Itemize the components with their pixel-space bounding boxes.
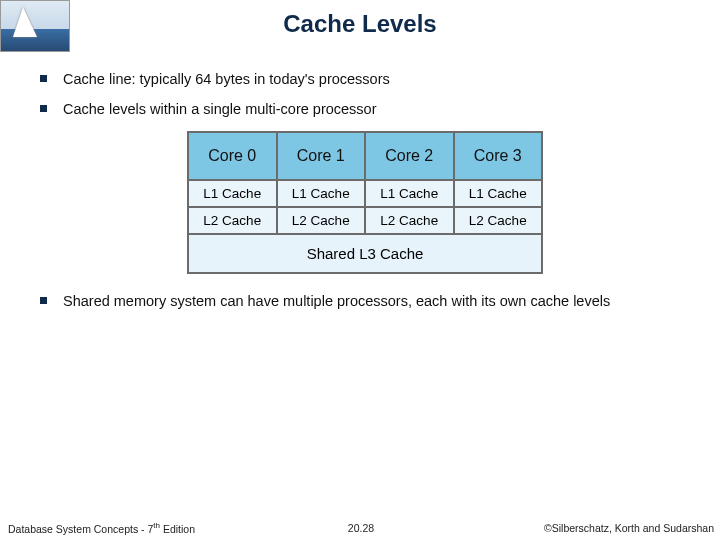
bullet-item: Cache line: typically 64 bytes in today'… — [40, 70, 690, 90]
l1-cell: L1 Cache — [188, 180, 277, 207]
l2-cell: L2 Cache — [454, 207, 543, 234]
core-row: Core 0 Core 1 Core 2 Core 3 — [188, 132, 542, 180]
l2-cell: L2 Cache — [277, 207, 366, 234]
cache-diagram: Core 0 Core 1 Core 2 Core 3 L1 Cache L1 … — [187, 131, 543, 274]
l2-cell: L2 Cache — [188, 207, 277, 234]
core-cell: Core 3 — [454, 132, 543, 180]
slide-title: Cache Levels — [0, 10, 720, 38]
slide-footer: Database System Concepts - 7th Edition 2… — [8, 521, 714, 535]
l1-row: L1 Cache L1 Cache L1 Cache L1 Cache — [188, 180, 542, 207]
bullet-icon — [40, 105, 47, 112]
l2-cell: L2 Cache — [365, 207, 454, 234]
bullet-item: Cache levels within a single multi-core … — [40, 100, 690, 120]
bullet-icon — [40, 75, 47, 82]
l1-cell: L1 Cache — [454, 180, 543, 207]
l3-row: Shared L3 Cache — [188, 234, 542, 273]
core-cell: Core 2 — [365, 132, 454, 180]
footer-center: 20.28 — [8, 522, 714, 534]
core-cell: Core 1 — [277, 132, 366, 180]
bullet-icon — [40, 297, 47, 304]
core-cell: Core 0 — [188, 132, 277, 180]
l1-cell: L1 Cache — [365, 180, 454, 207]
bullet-text: Cache line: typically 64 bytes in today'… — [63, 70, 390, 90]
bullet-text: Cache levels within a single multi-core … — [63, 100, 377, 120]
l1-cell: L1 Cache — [277, 180, 366, 207]
bullet-text: Shared memory system can have multiple p… — [63, 292, 610, 312]
bullet-item: Shared memory system can have multiple p… — [40, 292, 690, 312]
l3-cell: Shared L3 Cache — [188, 234, 542, 273]
l2-row: L2 Cache L2 Cache L2 Cache L2 Cache — [188, 207, 542, 234]
slide-body: Cache line: typically 64 bytes in today'… — [40, 70, 690, 322]
